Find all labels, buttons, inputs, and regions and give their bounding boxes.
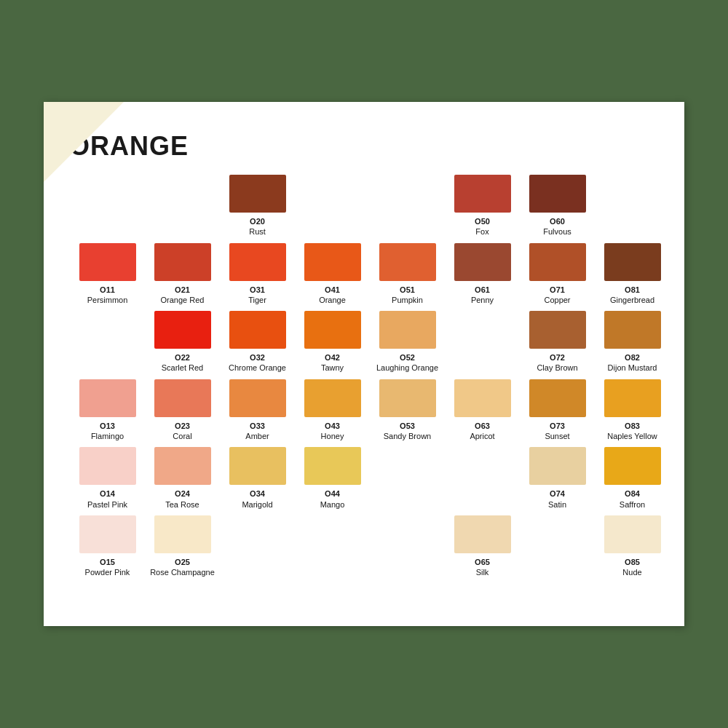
swatch-O51 [379, 243, 436, 281]
color-item-O23: O23Coral [148, 379, 217, 442]
color-row-5: O15Powder PinkO25Rose ChampagneO65SilkO8… [73, 515, 662, 578]
swatch-O31 [229, 243, 286, 281]
color-name-O73: Sunset [545, 431, 569, 441]
swatch-O83 [604, 379, 661, 417]
color-item-O83: O83Naples Yellow [598, 379, 667, 442]
color-item-O42: O42Tawny [298, 311, 367, 373]
color-code-O42: O42 [325, 352, 340, 363]
swatch-O42 [304, 311, 361, 349]
color-code-O60: O60 [550, 216, 565, 226]
swatch-O41 [304, 243, 361, 281]
swatch-O11 [79, 243, 136, 281]
color-item-O34: O34Marigold [223, 447, 292, 510]
swatch-O61 [454, 243, 511, 281]
color-item-O51: O51Pumpkin [373, 243, 442, 306]
color-name-O72: Clay Brown [537, 363, 577, 373]
swatch-O53 [379, 379, 436, 417]
color-code-O24: O24 [175, 488, 190, 499]
swatch-O32 [229, 311, 286, 349]
color-chart-card: ORANGE O20RustO50FoxO60FulvousO11Persimm… [44, 102, 684, 626]
swatch-O13 [79, 379, 136, 417]
color-item-O52: O52Laughing Orange [373, 311, 442, 373]
color-item-O33: O33Amber [223, 379, 292, 442]
color-item-O15: O15Powder Pink [73, 515, 142, 578]
color-item-O21: O21Orange Red [148, 243, 217, 306]
color-name-O32: Chrome Orange [229, 363, 286, 373]
color-item-O41: O41Orange [298, 243, 367, 306]
color-code-O84: O84 [625, 488, 640, 499]
color-name-O25: Rose Champagne [150, 567, 215, 577]
color-code-O65: O65 [475, 557, 490, 567]
color-item-O44: O44Mango [298, 447, 367, 510]
color-row-1: O11PersimmonO21Orange RedO31TigerO41Oran… [73, 243, 662, 306]
color-code-O32: O32 [250, 352, 265, 363]
color-code-O82: O82 [625, 352, 640, 363]
color-name-O13: Flamingo [91, 431, 124, 441]
color-code-O63: O63 [475, 421, 490, 431]
color-code-O51: O51 [400, 285, 415, 295]
color-code-O53: O53 [400, 421, 415, 431]
color-name-O23: Coral [173, 431, 191, 441]
color-item-O14: O14Pastel Pink [73, 447, 142, 510]
swatch-O72 [529, 311, 586, 349]
color-code-O21: O21 [175, 285, 190, 295]
swatch-O73 [529, 379, 586, 417]
swatch-O24 [154, 447, 211, 485]
color-code-O71: O71 [550, 285, 565, 295]
color-code-O41: O41 [325, 285, 340, 295]
color-name-O85: Nude [622, 567, 641, 577]
swatch-O34 [229, 447, 286, 485]
color-name-O43: Honey [321, 431, 344, 441]
color-name-O63: Apricot [470, 431, 494, 441]
color-row-2: O22Scarlet RedO32Chrome OrangeO42TawnyO5… [73, 311, 662, 373]
color-item-O82: O82Dijon Mustard [598, 311, 667, 373]
color-row-0: O20RustO50FoxO60Fulvous [73, 175, 662, 237]
color-name-O44: Mango [320, 499, 345, 510]
color-name-O33: Amber [245, 431, 269, 441]
color-name-O20: Rust [249, 226, 266, 237]
color-name-O31: Tiger [248, 295, 266, 305]
color-item-O60: O60Fulvous [523, 175, 592, 237]
color-code-O72: O72 [550, 352, 565, 363]
color-item-O25: O25Rose Champagne [148, 515, 217, 578]
swatch-O14 [79, 447, 136, 485]
color-name-O34: Marigold [242, 499, 272, 510]
color-name-O41: Orange [319, 295, 346, 305]
color-code-O33: O33 [250, 421, 265, 431]
swatch-O60 [529, 175, 586, 213]
color-name-O24: Tea Rose [165, 499, 199, 510]
color-name-O71: Copper [544, 295, 570, 305]
color-name-O53: Sandy Brown [384, 431, 431, 441]
color-code-O22: O22 [175, 352, 190, 363]
color-item-O32: O32Chrome Orange [223, 311, 292, 373]
color-item-O61: O61Penny [448, 243, 517, 306]
color-item-O24: O24Tea Rose [148, 447, 217, 510]
swatch-O63 [454, 379, 511, 417]
swatch-O33 [229, 379, 286, 417]
swatch-O50 [454, 175, 511, 213]
swatch-O81 [604, 243, 661, 281]
color-name-O14: Pastel Pink [87, 499, 127, 510]
color-code-O34: O34 [250, 488, 265, 499]
color-name-O82: Dijon Mustard [608, 363, 657, 373]
color-name-O21: Orange Red [161, 295, 205, 305]
swatch-O25 [154, 515, 211, 553]
color-item-O43: O43Honey [298, 379, 367, 442]
color-code-O20: O20 [250, 216, 265, 226]
color-code-O73: O73 [550, 421, 565, 431]
swatch-O15 [79, 515, 136, 553]
swatch-O85 [604, 515, 661, 553]
color-name-O50: Fox [475, 226, 488, 237]
color-code-O44: O44 [325, 488, 340, 499]
color-name-O42: Tawny [321, 363, 344, 373]
color-name-O81: Gingerbread [610, 295, 654, 305]
color-name-O51: Pumpkin [392, 295, 423, 305]
color-name-O61: Penny [471, 295, 494, 305]
color-name-O65: Silk [476, 567, 489, 577]
color-code-O13: O13 [100, 421, 115, 431]
color-name-O22: Scarlet Red [162, 363, 203, 373]
color-code-O25: O25 [175, 557, 190, 567]
color-item-O63: O63Apricot [448, 379, 517, 442]
color-item-O50: O50Fox [448, 175, 517, 237]
color-item-O31: O31Tiger [223, 243, 292, 306]
